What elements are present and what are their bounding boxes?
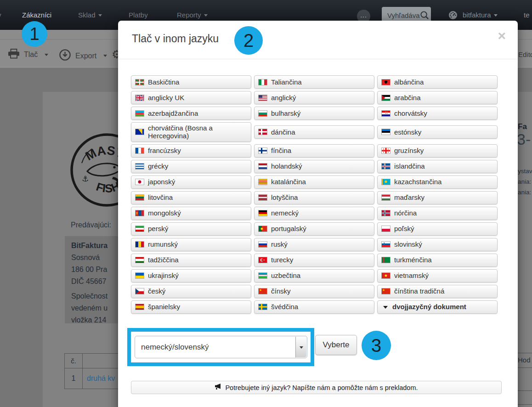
language-label: lotyščina bbox=[271, 193, 298, 201]
nav-item-customers[interactable]: Zákazníci bbox=[22, 11, 51, 19]
language-label: český bbox=[148, 287, 165, 295]
language-button-chinese[interactable]: čínsky bbox=[254, 285, 374, 298]
language-label: maďarsky bbox=[394, 193, 424, 201]
language-button-english-uk[interactable]: anglicky UK bbox=[131, 91, 251, 104]
translation-help-banner[interactable]: Potrebujete iný jazyk? Napíšte nám a pom… bbox=[131, 381, 502, 394]
language-button-ukrainian[interactable]: ukrajinský bbox=[131, 269, 251, 283]
language-button-catalan[interactable]: katalánčina bbox=[254, 175, 374, 189]
language-button-japanese[interactable]: japonský bbox=[131, 175, 251, 189]
language-button-turkmen[interactable]: turkménčina bbox=[377, 254, 498, 267]
close-icon[interactable]: × bbox=[498, 29, 506, 43]
print-button[interactable]: Tlač bbox=[8, 49, 48, 61]
language-button-bilingual-document[interactable]: dvojjazyčný dokument bbox=[377, 300, 498, 314]
language-button-english-us[interactable]: anglický bbox=[254, 91, 374, 104]
dashboard-gauge-icon bbox=[448, 11, 458, 22]
chevron-down-icon bbox=[204, 14, 208, 18]
language-button-slovenian[interactable]: slovinský bbox=[377, 238, 498, 251]
language-button-russian[interactable]: ruský bbox=[254, 238, 374, 251]
language-button-greek[interactable]: grécky bbox=[131, 160, 251, 173]
select-submit-button[interactable]: Vyberte bbox=[315, 335, 357, 355]
print-label: Tlač bbox=[24, 51, 38, 59]
language-button-basque[interactable]: Baskičtina bbox=[131, 75, 251, 89]
flag-croatian-bosnia-icon bbox=[136, 129, 144, 135]
language-label: portugalský bbox=[271, 225, 306, 232]
annotation-step-1: 1 bbox=[22, 21, 47, 47]
flag-vietnamese-icon bbox=[382, 273, 390, 278]
language-button-kazakh[interactable]: kazachstančina bbox=[377, 175, 498, 189]
language-button-icelandic[interactable]: islandčina bbox=[377, 160, 498, 173]
language-button-spanish[interactable]: španielsky bbox=[131, 300, 251, 314]
language-pair-select[interactable]: nemecký/slovenský bbox=[135, 336, 307, 358]
language-label: nemecký bbox=[271, 209, 299, 217]
invoice-number-fragment: 3- bbox=[517, 130, 531, 148]
flag-turkish-icon bbox=[259, 257, 267, 263]
language-button-georgian[interactable]: gruzínsky bbox=[377, 144, 498, 158]
flag-croatian-icon bbox=[382, 111, 390, 116]
nav-item-reports[interactable]: Reporty bbox=[177, 11, 208, 19]
language-button-croatian-bosnia[interactable]: chorvátčina (Bosna a Hercegovina) bbox=[131, 122, 251, 142]
language-button-estonian[interactable]: estónsky bbox=[377, 125, 498, 139]
table-line bbox=[518, 404, 532, 405]
chevron-down-icon bbox=[300, 346, 303, 350]
language-button-turkish[interactable]: turecky bbox=[254, 254, 374, 267]
language-button-vietnamese[interactable]: vietnamský bbox=[377, 269, 498, 283]
annotation-step-2: 2 bbox=[234, 26, 263, 55]
language-button-finnish[interactable]: fínčina bbox=[254, 144, 374, 158]
annotation-step-3: 3 bbox=[362, 331, 391, 360]
flag-portuguese-icon bbox=[259, 226, 267, 232]
select-arrow-button[interactable] bbox=[295, 337, 306, 357]
language-button-arabic[interactable]: arabčina bbox=[377, 91, 498, 104]
language-button-polish[interactable]: poľský bbox=[377, 222, 498, 236]
nav-item-warehouse[interactable]: Sklad bbox=[78, 11, 102, 19]
language-label: holandský bbox=[271, 162, 302, 170]
annotation-highlight-box: nemecký/slovenský bbox=[127, 328, 314, 366]
language-label: Taliančina bbox=[271, 78, 302, 86]
language-button-dutch[interactable]: holandský bbox=[254, 160, 374, 173]
flag-turkmen-icon bbox=[382, 257, 390, 263]
export-button[interactable]: Export bbox=[59, 49, 107, 63]
language-button-croatian[interactable]: chorvátsky bbox=[377, 107, 498, 120]
language-label: španielsky bbox=[148, 303, 180, 311]
flag-czech-icon bbox=[136, 288, 144, 294]
nav-item-payments[interactable]: Platby bbox=[129, 11, 148, 19]
language-button-italian[interactable]: Taliančina bbox=[254, 75, 374, 89]
flag-bulgarian-icon bbox=[259, 111, 267, 116]
flag-latvian-icon bbox=[259, 195, 267, 200]
selected-language-pair: nemecký/slovenský bbox=[141, 343, 209, 352]
chevron-down-icon bbox=[98, 14, 102, 18]
language-button-french[interactable]: francúzsky bbox=[131, 144, 251, 158]
language-button-romanian[interactable]: rumunský bbox=[131, 238, 251, 251]
language-button-uzbek[interactable]: uzbečtina bbox=[254, 269, 374, 283]
language-button-persian[interactable]: perský bbox=[131, 222, 251, 236]
language-button-hungarian[interactable]: maďarsky bbox=[377, 191, 498, 204]
language-label: nórčina bbox=[394, 209, 417, 217]
language-button-swedish[interactable]: švédčina bbox=[254, 300, 374, 314]
language-button-danish[interactable]: dánčina bbox=[254, 125, 374, 139]
language-label: azerbajdžančina bbox=[148, 109, 198, 117]
language-button-german[interactable]: nemecký bbox=[254, 207, 374, 220]
language-button-portuguese[interactable]: portugalský bbox=[254, 222, 374, 236]
language-label: tadžiččina bbox=[148, 256, 179, 264]
item-link[interactable]: druhá kv bbox=[87, 374, 115, 382]
language-button-tajik[interactable]: tadžiččina bbox=[131, 254, 251, 267]
screen: Tlač Export ⚙ Editov MAST FISH ⚓ Predáva… bbox=[0, 0, 532, 407]
language-button-latvian[interactable]: lotyščina bbox=[254, 191, 374, 204]
language-button-bulgarian[interactable]: bulharský bbox=[254, 107, 374, 120]
account-menu[interactable]: bitfaktura bbox=[463, 11, 498, 19]
language-button-lithuanian[interactable]: litovčina bbox=[131, 191, 251, 204]
edit-link-fragment[interactable]: Editov bbox=[518, 51, 532, 58]
help-note: Potrebujete iný jazyk? Napíšte nám a pom… bbox=[225, 384, 418, 391]
flag-german-icon bbox=[259, 210, 267, 216]
search-placeholder: Vyhľadáva bbox=[387, 11, 420, 19]
language-button-chinese-traditional[interactable]: čínština tradičná bbox=[377, 285, 498, 298]
language-label: ruský bbox=[271, 240, 288, 248]
language-button-albanian[interactable]: albánčina bbox=[377, 75, 498, 89]
flag-greek-icon bbox=[136, 164, 144, 169]
language-button-norwegian[interactable]: nórčina bbox=[377, 207, 498, 220]
language-button-mongolian[interactable]: mongolský bbox=[131, 207, 251, 220]
language-button-azerbaijani[interactable]: azerbajdžančina bbox=[131, 107, 251, 120]
language-label: fínčina bbox=[271, 147, 291, 154]
language-button-czech[interactable]: český bbox=[131, 285, 251, 298]
language-label: mongolský bbox=[148, 209, 181, 217]
printer-icon bbox=[8, 49, 20, 61]
